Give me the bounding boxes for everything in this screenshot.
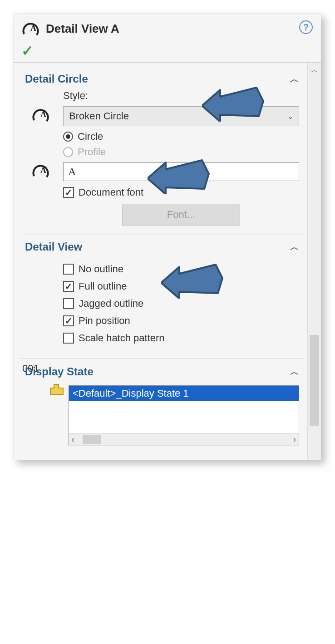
detail-name-input[interactable]: A [63, 162, 299, 181]
collapse-icon: ︿ [290, 241, 299, 253]
full-outline-label: Full outline [79, 280, 127, 292]
horizontal-scrollbar[interactable]: ‹ › [69, 433, 299, 446]
radio-profile[interactable] [63, 147, 73, 157]
pin-position-label: Pin position [79, 315, 130, 327]
property-manager-panel: A Detail View A ? ✓ Detail Circle ︿ Styl… [14, 14, 321, 460]
section-header-detail-view[interactable]: Detail View ︿ [22, 239, 302, 255]
section-display-state: 001 Display State ︿ document.currentScri… [20, 359, 304, 455]
panel-header: A Detail View A ? ✓ [14, 14, 321, 63]
style-dropdown[interactable]: Broken Circle ⌄ [63, 106, 299, 126]
full-outline-checkbox[interactable] [63, 281, 74, 292]
full-outline-row[interactable]: Full outline [63, 280, 299, 292]
scroll-right-icon[interactable]: › [293, 435, 296, 444]
help-button[interactable]: ? [299, 20, 313, 34]
display-state-item-selected[interactable]: <Default>_Display State 1 [69, 386, 299, 401]
display-state-empty [69, 401, 299, 433]
scroll-up-icon[interactable]: ︿ [308, 64, 321, 75]
radio-profile-row[interactable]: Profile [63, 146, 299, 158]
section-header-display-state[interactable]: Display State ︿ [22, 364, 302, 380]
section-title: Detail View [25, 241, 82, 253]
no-outline-label: No outline [79, 263, 123, 275]
svg-text:A: A [40, 110, 46, 119]
display-state-list[interactable]: <Default>_Display State 1 ‹ › [69, 385, 299, 446]
pin-position-row[interactable]: Pin position [63, 315, 299, 327]
vertical-scrollbar[interactable]: ︿ [307, 63, 321, 460]
chevron-down-icon: ⌄ [287, 112, 293, 121]
jagged-outline-checkbox[interactable] [63, 298, 74, 309]
font-button[interactable]: Font... [122, 204, 240, 226]
scale-hatch-checkbox[interactable] [63, 333, 74, 344]
document-font-label: Document font [79, 187, 143, 198]
section-title: Detail Circle [25, 73, 88, 85]
scroll-left-icon[interactable]: ‹ [72, 435, 74, 444]
document-font-checkbox[interactable] [63, 187, 74, 198]
radio-profile-label: Profile [78, 146, 106, 158]
section-header-detail-circle[interactable]: Detail Circle ︿ [22, 71, 302, 87]
jagged-outline-label: Jagged outline [79, 298, 143, 310]
svg-marker-6 [50, 384, 63, 394]
no-outline-checkbox[interactable] [63, 264, 74, 275]
svg-text:A: A [30, 24, 36, 33]
style-label: Style: [63, 90, 299, 102]
jagged-outline-row[interactable]: Jagged outline [63, 298, 299, 310]
no-outline-row[interactable]: No outline [63, 263, 299, 275]
scale-hatch-row[interactable]: Scale hatch pattern [63, 332, 299, 344]
section-title: Display State [25, 365, 94, 378]
collapse-icon: ︿ [290, 366, 299, 378]
style-value: Broken Circle [69, 110, 129, 122]
display-state-icon [49, 383, 64, 395]
radio-circle[interactable] [63, 132, 73, 142]
radio-circle-label: Circle [78, 131, 103, 143]
collapse-icon: ︿ [290, 73, 299, 85]
ok-button[interactable]: ✓ [21, 42, 314, 59]
radio-circle-row[interactable]: Circle [63, 131, 299, 143]
svg-text:A: A [40, 166, 46, 175]
scroll-thumb[interactable] [83, 435, 101, 444]
pin-position-checkbox[interactable] [63, 315, 74, 326]
document-font-row[interactable]: Document font [63, 187, 299, 198]
style-icon: A [31, 106, 51, 127]
name-icon: A [31, 162, 51, 182]
scale-hatch-label: Scale hatch pattern [79, 332, 165, 344]
section-detail-circle: Detail Circle ︿ Style: A Broken Ci [20, 67, 304, 235]
scroll-thumb[interactable] [310, 335, 319, 426]
detail-view-icon: A [21, 20, 41, 38]
section-detail-view: Detail View ︿ No outline Full outline Ja… [20, 235, 304, 359]
panel-title: Detail View A [46, 22, 119, 36]
